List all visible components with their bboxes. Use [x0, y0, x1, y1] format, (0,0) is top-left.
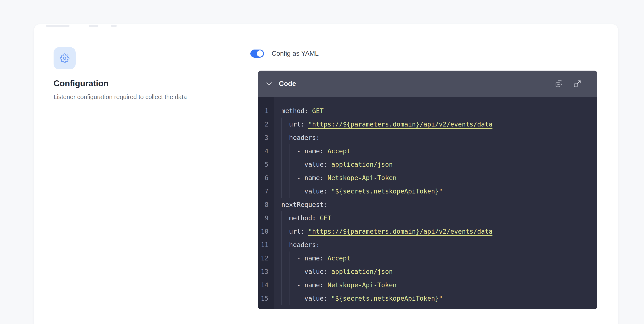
code-value-token: application/json	[331, 268, 393, 275]
code-line-text: - name: Netskope-Api-Token	[274, 278, 597, 292]
code-line[interactable]: 10 url: "https://${parameters.domain}/ap…	[258, 225, 597, 238]
line-number: 8	[258, 198, 274, 211]
indent-guide	[289, 252, 290, 265]
line-number: 13	[258, 265, 274, 278]
indent-guide	[282, 278, 282, 292]
indent-guide	[282, 238, 282, 252]
code-value-token: GET	[320, 214, 331, 222]
clipped-content-remnant	[111, 25, 117, 27]
code-line[interactable]: 1method: GET	[258, 104, 597, 118]
indent-guide	[297, 292, 297, 305]
code-value-token: Accept	[328, 147, 350, 155]
indent-guide	[297, 265, 297, 278]
indent-guide	[282, 211, 282, 225]
code-line-text: value: "${secrets.netskopeApiToken}"	[274, 292, 597, 305]
line-number: 11	[258, 238, 274, 252]
toggle-label: Config as YAML	[272, 50, 318, 58]
line-number: 3	[258, 131, 274, 144]
code-line[interactable]: 5 value: application/json	[258, 158, 597, 171]
line-number: 2	[258, 118, 274, 131]
indent-guide	[289, 171, 290, 184]
indent-guide	[297, 184, 297, 198]
indent-guide	[282, 265, 282, 278]
indent-guide	[282, 171, 282, 184]
code-line[interactable]: 8nextRequest:	[258, 198, 597, 211]
code-editor-body[interactable]: 1method: GET2 url: "https://${parameters…	[258, 97, 597, 309]
line-number: 12	[258, 252, 274, 265]
code-line-text: - name: Netskope-Api-Token	[274, 171, 597, 184]
configuration-icon-box	[54, 47, 76, 69]
page-title: Configuration	[54, 79, 108, 88]
code-key-token: method:	[282, 214, 320, 222]
code-lines: 1method: GET2 url: "https://${parameters…	[258, 97, 597, 305]
code-line[interactable]: 4 - name: Accept	[258, 144, 597, 158]
code-line[interactable]: 7 value: "${secrets.netskopeApiToken}"	[258, 184, 597, 198]
code-key-token: - name:	[282, 174, 328, 182]
line-number: 5	[258, 158, 274, 171]
indent-guide	[282, 118, 282, 131]
insert-snippet-icon[interactable]	[555, 80, 563, 88]
code-line[interactable]: 13 value: application/json	[258, 265, 597, 278]
code-line[interactable]: 11 headers:	[258, 238, 597, 252]
code-line[interactable]: 14 - name: Netskope-Api-Token	[258, 278, 597, 292]
code-line-text: url: "https://${parameters.domain}/api/v…	[274, 225, 597, 238]
code-key-token: url:	[282, 120, 308, 128]
code-value-token: "${secrets.netskopeApiToken}"	[331, 188, 443, 195]
section-description: Listener configuration required to colle…	[54, 94, 187, 100]
line-number: 4	[258, 144, 274, 158]
code-panel-title: Code	[279, 80, 296, 88]
indent-guide	[297, 158, 297, 171]
code-panel-actions	[555, 80, 582, 88]
indent-guide	[282, 184, 282, 198]
code-line[interactable]: 12 - name: Accept	[258, 252, 597, 265]
toggle-knob	[257, 50, 263, 57]
code-value-token: Netskope-Api-Token	[328, 174, 396, 182]
indent-guide	[289, 292, 290, 305]
code-line-text: headers:	[274, 131, 597, 144]
code-line[interactable]: 3 headers:	[258, 131, 597, 144]
code-line[interactable]: 9 method: GET	[258, 211, 597, 225]
code-value-token: Accept	[328, 254, 350, 262]
code-line-text: value: application/json	[274, 158, 597, 171]
expand-icon[interactable]	[573, 80, 582, 88]
code-key-token: url:	[282, 228, 308, 235]
code-key-token: - name:	[282, 147, 328, 155]
config-as-yaml-toggle[interactable]	[250, 50, 264, 58]
indent-guide	[282, 144, 282, 158]
code-key-token: - name:	[282, 254, 328, 262]
code-key-token: nextRequest:	[282, 201, 328, 208]
line-number: 15	[258, 292, 274, 305]
indent-guide	[289, 278, 290, 292]
code-line-text: headers:	[274, 238, 597, 252]
code-line-text: value: "${secrets.netskopeApiToken}"	[274, 184, 597, 198]
indent-guide	[282, 158, 282, 171]
code-line[interactable]: 2 url: "https://${parameters.domain}/api…	[258, 118, 597, 131]
code-line-text: nextRequest:	[274, 198, 597, 211]
line-number: 6	[258, 171, 274, 184]
chevron-down-icon[interactable]	[265, 80, 273, 88]
indent-guide	[282, 292, 282, 305]
indent-guide	[289, 184, 290, 198]
code-value-token: "${secrets.netskopeApiToken}"	[331, 295, 443, 302]
indent-guide	[289, 144, 290, 158]
indent-guide	[282, 225, 282, 238]
code-line-text: - name: Accept	[274, 252, 597, 265]
code-line-text: method: GET	[274, 211, 597, 225]
code-url-token: "https://${parameters.domain}/api/v2/eve…	[308, 120, 492, 128]
code-key-token: headers:	[282, 241, 320, 248]
clipped-content-remnant	[89, 25, 98, 27]
configuration-card: Configuration Listener configuration req…	[34, 24, 618, 324]
code-line[interactable]: 6 - name: Netskope-Api-Token	[258, 171, 597, 184]
line-number: 10	[258, 225, 274, 238]
indent-guide	[282, 131, 282, 144]
config-as-yaml-row: Config as YAML	[250, 50, 318, 58]
code-key-token: headers:	[282, 134, 320, 142]
line-number: 1	[258, 104, 274, 118]
code-key-token: - name:	[282, 281, 328, 289]
code-line[interactable]: 15 value: "${secrets.netskopeApiToken}"	[258, 292, 597, 305]
line-number: 9	[258, 211, 274, 225]
line-number: 14	[258, 278, 274, 292]
code-value-token: GET	[312, 107, 324, 114]
code-line-text: method: GET	[274, 104, 597, 118]
indent-guide	[289, 265, 290, 278]
